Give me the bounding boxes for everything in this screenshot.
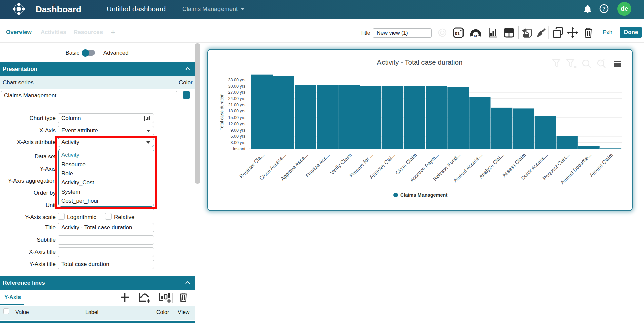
svg-text:27.00 yrs: 27.00 yrs (228, 90, 245, 95)
svg-text:21.00 yrs: 21.00 yrs (228, 103, 245, 107)
svg-text:6.00 yrs: 6.00 yrs (231, 134, 245, 139)
svg-text:33.00 yrs: 33.00 yrs (228, 78, 245, 82)
svg-text:30.00 yrs: 30.00 yrs (228, 84, 245, 89)
svg-text:Total case duration: Total case duration (219, 93, 224, 130)
svg-text:15.00 yrs: 15.00 yrs (228, 115, 245, 120)
svg-text:01: 01 (474, 35, 477, 38)
svg-text:18.00 yrs: 18.00 yrs (228, 109, 245, 113)
svg-text:Close Claim: Close Claim (394, 152, 418, 176)
svg-text:Verify Claim: Verify Claim (329, 152, 353, 176)
svg-text:Activity - Total case duration: Activity - Total case duration (377, 58, 463, 66)
svg-text:Claims Management: Claims Management (400, 192, 447, 198)
svg-text:3.00 yrs: 3.00 yrs (231, 140, 245, 145)
svg-text:12.00 yrs: 12.00 yrs (228, 122, 245, 126)
svg-text:01: 01 (455, 31, 460, 36)
svg-text:?: ? (602, 6, 606, 12)
svg-text:instant: instant (233, 147, 245, 151)
svg-text:9.00 yrs: 9.00 yrs (231, 128, 245, 133)
svg-text:24.00 yrs: 24.00 yrs (228, 96, 245, 101)
